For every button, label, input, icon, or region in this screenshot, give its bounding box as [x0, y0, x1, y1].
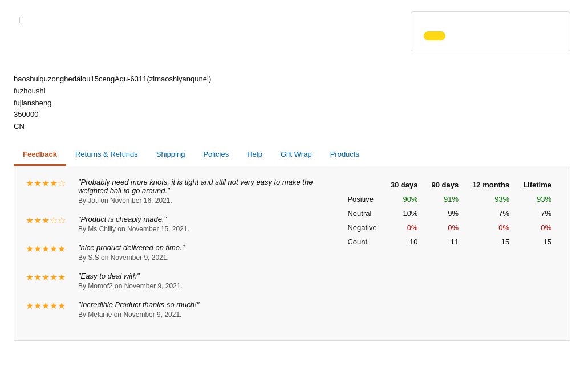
tabs-section: FeedbackReturns & RefundsShippingPolicie… [14, 144, 570, 166]
stats-value: 91% [424, 192, 465, 206]
review-content: "Incredible Product thanks so much!" By … [78, 300, 329, 318]
stats-value: 10% [384, 206, 425, 220]
stats-row: Neutral10%9%7%7% [340, 206, 558, 220]
stats-value: 0% [424, 220, 465, 235]
review-author: By Momof2 on November 9, 2021. [78, 282, 329, 290]
review-content: "Easy to deal with" By Momof2 on Novembe… [78, 272, 329, 290]
address-lines: baoshuiquzonghedalou15cengAqu-6311(zimao… [14, 74, 570, 133]
stats-value: 10 [384, 235, 425, 249]
review-text: "nice product delivered on time." [78, 243, 329, 252]
review-author: By Ms Chilly on November 15, 2021. [78, 225, 329, 233]
tab-policies[interactable]: Policies [194, 144, 238, 166]
review-item: ★★★★☆ "Probably need more knots, it is t… [26, 178, 329, 205]
stats-value: 93% [465, 192, 516, 206]
tab-help[interactable]: Help [238, 144, 271, 166]
stats-value: 15 [516, 235, 558, 249]
review-author: By S.S on November 9, 2021. [78, 254, 329, 262]
question-box [411, 11, 570, 51]
stats-value: 0% [465, 220, 516, 235]
address-line: CN [14, 121, 570, 133]
stats-row: Negative0%0%0%0% [340, 220, 558, 235]
stats-row: Count10111515 [340, 235, 558, 249]
content-section: ★★★★☆ "Probably need more knots, it is t… [14, 166, 570, 341]
address-line: fujiansheng [14, 97, 570, 109]
stats-value: 11 [424, 235, 465, 249]
stats-value: 93% [516, 192, 558, 206]
stats-value: 90% [384, 192, 425, 206]
review-text: "Product is cheaply made." [78, 215, 329, 223]
stats-label: Positive [340, 192, 383, 206]
review-item: ★★★★★ "nice product delivered on time." … [26, 243, 329, 262]
stats-table: 30 days90 days12 monthsLifetimePositive9… [340, 178, 558, 249]
header-section: | [14, 11, 570, 51]
review-stars: ★★★☆☆ [26, 215, 71, 226]
stats-label: Neutral [340, 206, 383, 220]
review-author: By Melanie on November 9, 2021. [78, 311, 329, 318]
stats-header [340, 178, 383, 192]
tab-returns---refunds[interactable]: Returns & Refunds [66, 144, 147, 166]
stats-header: 30 days [384, 178, 425, 192]
review-stars: ★★★★★ [26, 272, 71, 283]
page-wrapper: | baoshuiquzonghedalou15cengAqu-6311(zim… [0, 0, 584, 352]
review-text: "Probably need more knots, it is tight a… [78, 178, 329, 195]
stats-label: Count [340, 235, 383, 249]
review-stars: ★★★★★ [26, 300, 71, 311]
tab-products[interactable]: Products [321, 144, 368, 166]
stats-value: 7% [465, 206, 516, 220]
section-divider [14, 63, 570, 63]
review-item: ★★★★★ "Incredible Product thanks so much… [26, 300, 329, 318]
stats-value: 0% [516, 220, 558, 235]
address-line: 350000 [14, 109, 570, 121]
address-line: baoshuiquzonghedalou15cengAqu-6311(zimao… [14, 74, 570, 85]
address-line: fuzhoushi [14, 85, 570, 97]
stats-row: Positive90%91%93%93% [340, 192, 558, 206]
stats-header: 90 days [424, 178, 465, 192]
review-text: "Easy to deal with" [78, 272, 329, 280]
review-content: "Product is cheaply made." By Ms Chilly … [78, 215, 329, 233]
reviews-list: ★★★★☆ "Probably need more knots, it is t… [26, 178, 329, 329]
tab-feedback[interactable]: Feedback [14, 144, 66, 166]
stats-label: Negative [340, 220, 383, 235]
stats-header: Lifetime [516, 178, 558, 192]
seller-info: | [14, 11, 411, 27]
tab-gift-wrap[interactable]: Gift Wrap [271, 144, 321, 166]
review-item: ★★★★★ "Easy to deal with" By Momof2 on N… [26, 272, 329, 290]
stats-value: 7% [516, 206, 558, 220]
review-content: "nice product delivered on time." By S.S… [78, 243, 329, 262]
rating-row: | [14, 15, 411, 23]
stats-value: 0% [384, 220, 425, 235]
rating-divider: | [18, 15, 20, 23]
review-author: By Joti on November 16, 2021. [78, 197, 329, 205]
ask-question-button[interactable] [424, 31, 445, 40]
review-stars: ★★★★★ [26, 243, 71, 254]
stats-header: 12 months [465, 178, 516, 192]
review-text: "Incredible Product thanks so much!" [78, 300, 329, 309]
stats-value: 15 [465, 235, 516, 249]
stats-table-wrapper: 30 days90 days12 monthsLifetimePositive9… [340, 178, 558, 329]
review-content: "Probably need more knots, it is tight a… [78, 178, 329, 205]
tabs-list: FeedbackReturns & RefundsShippingPolicie… [14, 144, 570, 166]
review-stars: ★★★★☆ [26, 178, 71, 189]
stats-value: 9% [424, 206, 465, 220]
tab-shipping[interactable]: Shipping [147, 144, 194, 166]
review-item: ★★★☆☆ "Product is cheaply made." By Ms C… [26, 215, 329, 233]
detailed-seller-section: baoshuiquzonghedalou15cengAqu-6311(zimao… [14, 74, 570, 133]
